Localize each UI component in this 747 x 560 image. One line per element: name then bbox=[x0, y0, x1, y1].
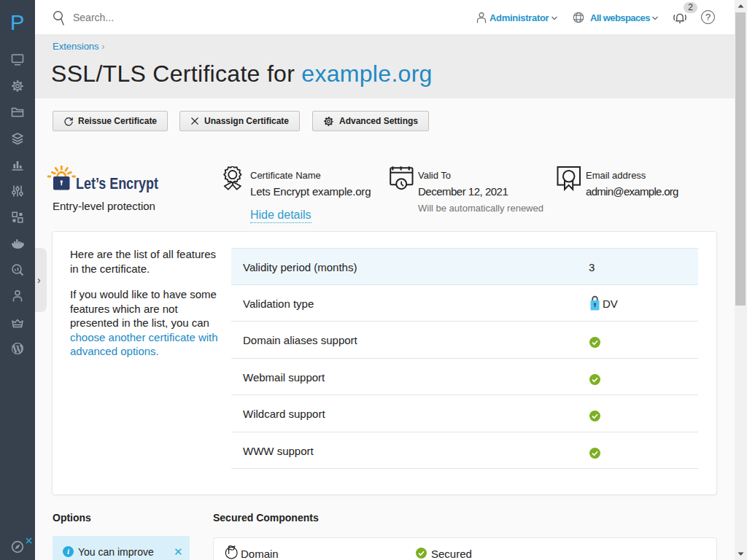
svg-text:Let’s Encrypt: Let’s Encrypt bbox=[76, 174, 159, 192]
